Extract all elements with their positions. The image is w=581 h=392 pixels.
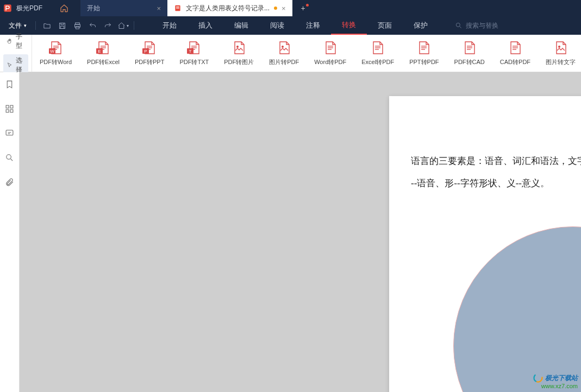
ribbon-label: PPT转PDF: [409, 58, 439, 66]
file-menu-label: 文件: [9, 21, 22, 30]
tab-start-close-icon[interactable]: ×: [157, 4, 161, 12]
ribbon-label: PDF转图片: [224, 58, 254, 66]
undo-icon[interactable]: [85, 16, 100, 35]
svg-rect-50: [10, 105, 13, 108]
ribbon-PDF转CAD[interactable]: PDF转CAD: [447, 35, 492, 72]
left-sidebar: [0, 72, 20, 392]
thumbnails-icon[interactable]: [5, 104, 14, 116]
ribbon-图片转文字[interactable]: 图片转文字: [538, 35, 581, 72]
ribbon-图片转PDF[interactable]: 图片转PDF: [261, 35, 307, 72]
menu-item-开始[interactable]: 开始: [152, 16, 188, 35]
svg-rect-52: [10, 110, 13, 112]
ribbon-Word转PDF[interactable]: Word转PDF: [307, 35, 354, 72]
svg-point-54: [7, 155, 11, 160]
svg-rect-3: [176, 8, 179, 8]
svg-rect-6: [60, 26, 64, 28]
ribbon-PDF转Excel[interactable]: EPDF转Excel: [79, 35, 127, 72]
unsaved-dot-icon: [274, 7, 277, 10]
ribbon-label: PDF转Excel: [87, 58, 120, 66]
hand-tool-button[interactable]: 手型: [3, 30, 28, 52]
cursor-icon: [7, 61, 13, 69]
separator: [134, 21, 134, 30]
menu-item-注释[interactable]: 注释: [295, 16, 331, 35]
ribbon: 手型 选择 WPDF转WordEPDF转ExcelPPDF转PPTTPDF转TX…: [0, 35, 581, 72]
ribbon-CAD转PDF[interactable]: CAD转PDF: [492, 35, 538, 72]
file-menu[interactable]: 文件 ▾: [3, 21, 32, 30]
svg-text:P: P: [145, 49, 147, 54]
menu-item-转换[interactable]: 转换: [331, 16, 367, 35]
pdf-doc-icon: [174, 4, 182, 12]
tab-document[interactable]: 文字是人类用表义符号记录... ×: [167, 0, 292, 16]
svg-point-48: [558, 46, 560, 48]
new-tab-button[interactable]: +: [292, 0, 314, 16]
home-icon[interactable]: ▾: [115, 16, 130, 35]
tab-document-close-icon[interactable]: ×: [282, 4, 286, 12]
svg-text:T: T: [189, 49, 192, 54]
menu-item-插入[interactable]: 插入: [188, 16, 223, 35]
ribbon-label: Word转PDF: [314, 58, 346, 66]
ribbon-label: PDF转CAD: [454, 58, 485, 66]
svg-point-32: [282, 46, 284, 48]
app-logo: [0, 0, 15, 16]
tab-document-label: 文字是人类用表义符号记录...: [186, 4, 270, 13]
svg-point-31: [236, 46, 239, 48]
watermark-text1: 极光下载站: [545, 374, 578, 382]
ribbon-label: 图片转PDF: [269, 58, 299, 66]
search-icon: [455, 22, 463, 29]
comments-icon[interactable]: [5, 129, 14, 140]
svg-rect-7: [75, 22, 79, 24]
notification-dot-icon: [306, 4, 309, 7]
tab-home[interactable]: [48, 0, 80, 16]
redo-icon[interactable]: [100, 16, 115, 35]
workspace: 语言的三要素是：语音、词汇和语法，文字的 --语音、形--字符形状、义--意义。…: [0, 72, 581, 392]
open-icon[interactable]: [39, 16, 54, 35]
ribbon-label: Excel转PDF: [361, 58, 394, 66]
plus-icon: +: [301, 4, 305, 12]
svg-text:E: E: [98, 49, 101, 54]
watermark-text2: www.xz7.com: [533, 383, 578, 390]
save-icon[interactable]: [54, 16, 70, 35]
tab-start[interactable]: 开始 ×: [80, 0, 167, 16]
svg-point-10: [456, 23, 460, 27]
print-icon[interactable]: [70, 16, 85, 35]
svg-rect-49: [6, 105, 9, 108]
separator: [35, 21, 36, 30]
tool-modes: 手型 选择: [0, 35, 32, 72]
pdf-page: 语言的三要素是：语音、词汇和语法，文字的 --语音、形--字符形状、义--意义。: [389, 96, 581, 392]
watermark: 极光下载站 www.xz7.com: [533, 373, 578, 390]
ribbon-PDF转PPT[interactable]: PPDF转PPT: [127, 35, 172, 72]
hand-tool-label: 手型: [16, 32, 25, 50]
ribbon-PDF转图片[interactable]: PDF转图片: [216, 35, 261, 72]
ribbon-label: PDF转Word: [40, 58, 72, 66]
chevron-down-icon: ▾: [24, 23, 27, 28]
attachments-icon[interactable]: [5, 178, 14, 189]
blue-circle-shape: [453, 226, 581, 392]
ribbon-PPT转PDF[interactable]: PPT转PDF: [402, 35, 446, 72]
ribbon-label: PDF转TXT: [179, 58, 209, 66]
ribbon-PDF转Word[interactable]: WPDF转Word: [32, 35, 79, 72]
tab-start-label: 开始: [87, 4, 100, 13]
menu-item-保护[interactable]: 保护: [403, 16, 439, 35]
ribbon-label: 图片转文字: [546, 58, 576, 66]
bookmark-icon[interactable]: [5, 80, 14, 91]
svg-rect-5: [61, 23, 64, 24]
svg-rect-2: [176, 7, 179, 7]
ribbon-PDF转TXT[interactable]: TPDF转TXT: [172, 35, 216, 72]
svg-rect-51: [6, 110, 9, 112]
search-placeholder: 搜索与替换: [466, 21, 498, 30]
ribbon-Excel转PDF[interactable]: Excel转PDF: [354, 35, 402, 72]
menu-item-编辑[interactable]: 编辑: [223, 16, 259, 35]
menu-item-页面[interactable]: 页面: [367, 16, 403, 35]
select-tool-label: 选择: [16, 56, 25, 74]
document-text-line2: --语音、形--字符形状、义--意义。: [411, 173, 581, 195]
watermark-logo-icon: [533, 373, 543, 383]
ribbon-items: WPDF转WordEPDF转ExcelPPDF转PPTTPDF转TXTPDF转图…: [32, 35, 581, 72]
menu-item-阅读[interactable]: 阅读: [259, 16, 295, 35]
hand-icon: [7, 37, 13, 46]
document-canvas[interactable]: 语言的三要素是：语音、词汇和语法，文字的 --语音、形--字符形状、义--意义。…: [20, 72, 581, 392]
svg-rect-9: [76, 26, 79, 28]
menubar: 文件 ▾ ▾ 开始插入编辑阅读注释转换页面保护 搜索与替换: [0, 16, 581, 35]
search-panel-icon[interactable]: [5, 153, 14, 165]
search-box[interactable]: 搜索与替换: [455, 21, 498, 30]
titlebar: 极光PDF 开始 × 文字是人类用表义符号记录... × +: [0, 0, 581, 16]
